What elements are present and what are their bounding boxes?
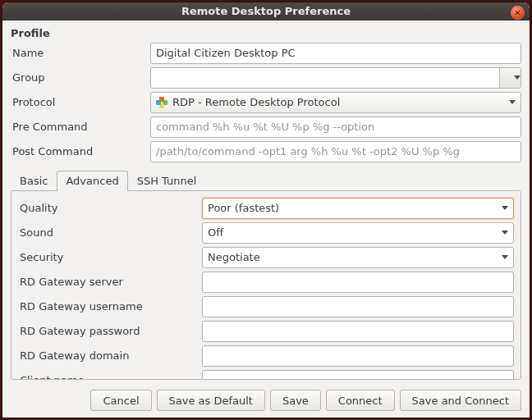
- gw-server-label: RD Gateway server: [18, 276, 202, 288]
- gw-pass-label: RD Gateway password: [18, 325, 202, 337]
- postcmd-label: Post Command: [11, 145, 150, 158]
- close-icon[interactable]: ✕: [511, 6, 525, 20]
- tab-ssh-tunnel[interactable]: SSH Tunnel: [128, 171, 206, 191]
- gw-user-label: RD Gateway username: [18, 300, 202, 313]
- sound-combo[interactable]: Off: [202, 222, 514, 244]
- save-connect-button[interactable]: Save and Connect: [400, 390, 521, 411]
- security-combo[interactable]: Negotiate: [202, 247, 514, 268]
- tab-advanced[interactable]: Advanced: [57, 171, 127, 191]
- gw-user-input[interactable]: [202, 296, 514, 317]
- tab-strip: Basic Advanced SSH Tunnel: [11, 171, 521, 191]
- quality-label: Quality: [18, 202, 202, 214]
- content-area: Profile Name Group Protocol RDP - Remote: [2, 21, 530, 385]
- name-input[interactable]: [150, 43, 521, 64]
- chevron-down-icon: [514, 75, 521, 80]
- rdp-icon: [156, 97, 167, 108]
- window-title: Remote Desktop Preference: [181, 5, 351, 17]
- security-label: Security: [18, 251, 202, 263]
- quality-combo[interactable]: Poor (fastest): [202, 198, 514, 219]
- client-name-label: Client name: [18, 374, 202, 380]
- sound-value: Off: [208, 226, 223, 239]
- gw-domain-input[interactable]: [202, 345, 514, 367]
- protocol-combo[interactable]: RDP - Remote Desktop Protocol: [150, 92, 521, 113]
- client-name-input[interactable]: [202, 370, 514, 380]
- precmd-label: Pre Command: [11, 121, 150, 133]
- preference-window: Remote Desktop Preference ✕ Profile Name…: [2, 2, 530, 418]
- precmd-input[interactable]: [150, 116, 521, 138]
- group-dropdown-button[interactable]: [499, 68, 521, 88]
- tab-basic[interactable]: Basic: [11, 171, 57, 191]
- sound-label: Sound: [18, 226, 202, 239]
- connect-button[interactable]: Connect: [326, 390, 395, 411]
- postcmd-input[interactable]: [150, 141, 521, 162]
- footer-buttons: Cancel Save as Default Save Connect Save…: [2, 385, 530, 418]
- save-default-button[interactable]: Save as Default: [157, 390, 265, 411]
- titlebar[interactable]: Remote Desktop Preference ✕: [2, 2, 530, 21]
- profile-header: Profile: [11, 27, 521, 39]
- chevron-down-icon: [502, 231, 508, 235]
- cancel-button[interactable]: Cancel: [90, 390, 151, 411]
- chevron-down-icon: [502, 206, 508, 210]
- protocol-label: Protocol: [11, 96, 150, 108]
- advanced-panel: Quality Poor (fastest) Sound Off: [11, 190, 521, 380]
- gw-server-input[interactable]: [202, 272, 514, 293]
- chevron-down-icon: [509, 100, 516, 104]
- quality-value: Poor (fastest): [208, 202, 279, 214]
- security-value: Negotiate: [208, 251, 260, 263]
- gw-pass-input[interactable]: [202, 321, 514, 342]
- name-label: Name: [11, 47, 150, 59]
- chevron-down-icon: [502, 255, 508, 259]
- group-combo[interactable]: [150, 67, 521, 89]
- gw-domain-label: RD Gateway domain: [18, 349, 202, 362]
- protocol-value: RDP - Remote Desktop Protocol: [172, 96, 340, 108]
- group-label: Group: [11, 71, 150, 84]
- save-button[interactable]: Save: [270, 390, 321, 411]
